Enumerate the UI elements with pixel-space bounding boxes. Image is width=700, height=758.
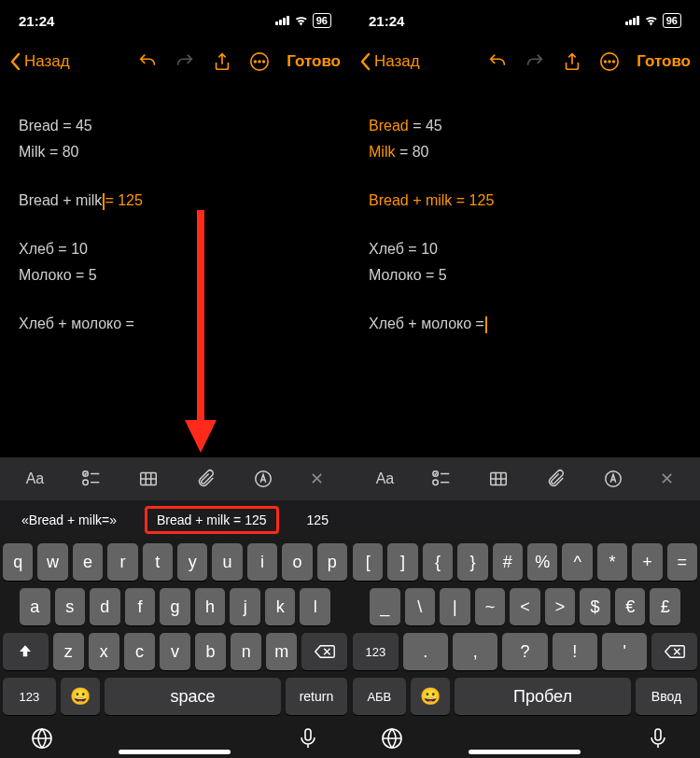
- space-key[interactable]: Пробел: [455, 678, 631, 715]
- key-z[interactable]: z: [53, 633, 84, 670]
- suggestion-2[interactable]: Bread + milk = 125: [145, 506, 279, 534]
- key-e[interactable]: e: [73, 543, 103, 581]
- key-c[interactable]: c: [124, 633, 155, 670]
- key-%[interactable]: %: [527, 543, 557, 581]
- mic-key[interactable]: [647, 727, 669, 753]
- key-y[interactable]: y: [177, 543, 207, 581]
- checklist-button[interactable]: [81, 469, 102, 489]
- key-?[interactable]: ?: [502, 633, 547, 670]
- key-f[interactable]: f: [125, 588, 156, 625]
- key-$[interactable]: $: [580, 588, 610, 625]
- svg-rect-29: [305, 729, 311, 740]
- emoji-key[interactable]: 😀: [61, 678, 100, 715]
- key-j[interactable]: j: [230, 588, 260, 625]
- key-€[interactable]: €: [615, 588, 646, 625]
- back-button[interactable]: Назад: [359, 52, 420, 71]
- key-^[interactable]: ^: [562, 543, 592, 581]
- key-.[interactable]: .: [403, 633, 448, 670]
- key-u[interactable]: u: [212, 543, 242, 581]
- key-\[interactable]: \: [405, 588, 436, 625]
- key-,[interactable]: ,: [453, 633, 497, 670]
- key-g[interactable]: g: [160, 588, 190, 625]
- key-s[interactable]: s: [55, 588, 86, 625]
- table-button[interactable]: [488, 469, 509, 489]
- markup-button[interactable]: [253, 469, 273, 489]
- key-v[interactable]: v: [160, 633, 190, 670]
- key->[interactable]: >: [545, 588, 576, 625]
- key-k[interactable]: k: [265, 588, 296, 625]
- suggestion-3[interactable]: 125: [300, 509, 336, 531]
- space-key[interactable]: space: [105, 678, 281, 715]
- done-button[interactable]: Готово: [287, 52, 341, 71]
- key-a[interactable]: a: [20, 588, 50, 625]
- key-}[interactable]: }: [457, 543, 487, 581]
- key-l[interactable]: l: [300, 588, 330, 625]
- key-r[interactable]: r: [107, 543, 137, 581]
- svg-point-3: [263, 61, 265, 63]
- key-~[interactable]: ~: [475, 588, 506, 625]
- key-w[interactable]: w: [37, 543, 67, 581]
- key-+[interactable]: +: [632, 543, 662, 581]
- key-*[interactable]: *: [597, 543, 627, 581]
- backspace-key[interactable]: [651, 633, 697, 670]
- more-button[interactable]: [599, 51, 620, 72]
- home-indicator[interactable]: [469, 750, 581, 754]
- key-'[interactable]: ': [602, 633, 647, 670]
- key-<[interactable]: <: [510, 588, 540, 625]
- close-toolbar-button[interactable]: ✕: [660, 469, 674, 489]
- undo-button[interactable]: [487, 51, 508, 72]
- key-£[interactable]: £: [650, 588, 680, 625]
- keyboard-right[interactable]: []{}#%^*+= _\|~<>$€£ 123 .,?!' АБВ 😀 Про…: [350, 540, 700, 758]
- keyboard-left[interactable]: qwertyuiop asdfghjkl zxcvbnm 123 😀 space…: [0, 540, 350, 758]
- key-m[interactable]: m: [266, 633, 297, 670]
- shift-key[interactable]: [3, 633, 49, 670]
- key-][interactable]: ]: [387, 543, 417, 581]
- key-{[interactable]: {: [423, 543, 453, 581]
- done-button[interactable]: Готово: [637, 52, 691, 71]
- key-[[interactable]: [: [353, 543, 383, 581]
- key-b[interactable]: b: [195, 633, 226, 670]
- text-format-button[interactable]: Aa: [26, 470, 45, 487]
- key-i[interactable]: i: [247, 543, 277, 581]
- key-p[interactable]: p: [317, 543, 347, 581]
- share-button[interactable]: [562, 51, 582, 72]
- attach-button[interactable]: [195, 469, 216, 489]
- table-button[interactable]: [138, 469, 159, 489]
- attach-button[interactable]: [545, 469, 566, 489]
- back-button[interactable]: Назад: [9, 52, 70, 71]
- abc-key[interactable]: АБВ: [353, 678, 406, 715]
- close-toolbar-button[interactable]: ✕: [310, 469, 324, 489]
- svg-point-12: [82, 480, 88, 485]
- markup-button[interactable]: [603, 469, 623, 489]
- key-=[interactable]: =: [667, 543, 697, 581]
- key-#[interactable]: #: [493, 543, 523, 581]
- key-![interactable]: !: [553, 633, 597, 670]
- key-t[interactable]: t: [143, 543, 173, 581]
- key-d[interactable]: d: [90, 588, 120, 625]
- key-|[interactable]: |: [440, 588, 470, 625]
- status-bar: 21:24 96: [0, 0, 350, 41]
- more-button[interactable]: [249, 51, 270, 72]
- globe-key[interactable]: [381, 727, 403, 753]
- return-key[interactable]: Ввод: [636, 678, 697, 715]
- undo-button[interactable]: [137, 51, 158, 72]
- share-button[interactable]: [212, 51, 232, 72]
- globe-key[interactable]: [31, 727, 53, 753]
- emoji-key[interactable]: 😀: [411, 678, 450, 715]
- mic-key[interactable]: [297, 727, 319, 753]
- key-_[interactable]: _: [370, 588, 400, 625]
- key-n[interactable]: n: [231, 633, 261, 670]
- checklist-button[interactable]: [431, 469, 452, 489]
- key-h[interactable]: h: [195, 588, 226, 625]
- suggestion-1[interactable]: «Bread + milk=»: [14, 509, 124, 531]
- key-o[interactable]: o: [282, 543, 312, 581]
- home-indicator[interactable]: [119, 750, 231, 754]
- svg-point-7: [613, 61, 615, 63]
- return-key[interactable]: return: [286, 678, 347, 715]
- number-key[interactable]: 123: [3, 678, 56, 715]
- num-toggle-key[interactable]: 123: [353, 633, 399, 670]
- text-format-button[interactable]: Aa: [376, 470, 395, 487]
- backspace-key[interactable]: [301, 633, 347, 670]
- key-x[interactable]: x: [89, 633, 119, 670]
- key-q[interactable]: q: [3, 543, 33, 581]
